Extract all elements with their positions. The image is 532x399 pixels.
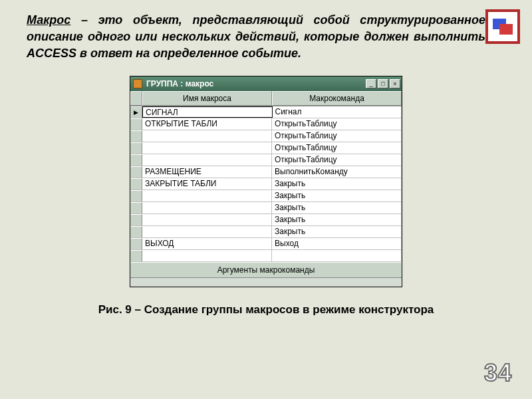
app-icon [133,79,142,88]
rows-container: СИГНАЛСигналОТКРЫТИЕ ТАБЛИОткрытьТаблицу… [130,106,402,262]
row-selector[interactable] [130,106,142,118]
row-selector[interactable] [130,178,142,190]
macro-command-cell[interactable]: Закрыть [272,214,402,225]
col-command-header[interactable]: Макрокоманда [272,91,402,106]
macro-command-cell[interactable]: ОткрытьТаблицу [272,142,402,154]
column-headers: Имя макроса Макрокоманда [130,91,402,106]
figure-caption: Рис. 9 – Создание группы макросов в режи… [0,303,532,317]
macro-name-cell[interactable]: ОТКРЫТИЕ ТАБЛИ [142,118,272,130]
macro-window: ГРУППА : макрос _ □ × Имя макроса Макрок… [130,76,402,287]
macro-command-cell[interactable]: Закрыть [272,226,402,237]
args-header: Аргументы макрокоманды [130,262,402,277]
table-row[interactable]: РАЗМЕЩЕНИЕВыполнитьКоманду [130,166,402,178]
macro-name-cell[interactable] [142,202,272,213]
table-row[interactable]: ОткрытьТаблицу [130,130,402,142]
macro-name-cell[interactable] [142,130,272,142]
table-row[interactable]: ВЫХОДВыход [130,238,402,250]
macro-name-cell[interactable] [142,154,272,166]
row-selector[interactable] [130,142,142,154]
definition-paragraph: Макрос – это объект, представляющий собо… [0,0,532,69]
macro-name-cell[interactable]: ЗАКРЫТИЕ ТАБЛИ [142,178,272,190]
table-row[interactable]: СИГНАЛСигнал [130,106,402,118]
row-selector[interactable] [130,250,142,261]
minimize-button[interactable]: _ [366,79,376,88]
close-button[interactable]: × [390,79,400,88]
table-row[interactable]: ОткрытьТаблицу [130,154,402,166]
macro-command-cell[interactable]: ВыполнитьКоманду [272,166,402,178]
macro-command-cell[interactable]: ОткрытьТаблицу [272,130,402,142]
macro-name-cell[interactable] [142,226,272,237]
gutter-header [130,91,142,106]
row-selector[interactable] [130,118,142,130]
macro-name-cell[interactable] [142,142,272,154]
table-row[interactable]: ОТКРЫТИЕ ТАБЛИОткрытьТаблицу [130,118,402,130]
window-title: ГРУППА : макрос [146,79,364,88]
macro-command-cell[interactable]: ОткрытьТаблицу [272,118,402,130]
macro-command-cell[interactable]: ОткрытьТаблицу [272,154,402,166]
corner-logo [485,9,520,44]
macro-name-cell[interactable]: ВЫХОД [142,238,272,249]
term: Макрос [27,13,70,27]
row-selector[interactable] [130,214,142,225]
page-number: 34 [484,359,512,387]
macro-command-cell[interactable]: Закрыть [272,178,402,190]
macro-command-cell[interactable] [272,250,402,261]
row-selector[interactable] [130,226,142,237]
macro-name-cell[interactable]: РАЗМЕЩЕНИЕ [142,166,272,178]
table-row[interactable]: Закрыть [130,190,402,202]
row-selector[interactable] [130,166,142,178]
row-selector[interactable] [130,238,142,249]
table-row[interactable]: ЗАКРЫТИЕ ТАБЛИЗакрыть [130,178,402,190]
row-selector[interactable] [130,130,142,142]
args-body [130,277,402,287]
row-selector[interactable] [130,154,142,166]
titlebar[interactable]: ГРУППА : макрос _ □ × [130,76,402,91]
col-name-header[interactable]: Имя макроса [142,91,272,106]
table-row[interactable]: Закрыть [130,214,402,226]
macro-command-cell[interactable]: Выход [272,238,402,249]
row-selector[interactable] [130,202,142,213]
row-selector[interactable] [130,190,142,201]
macro-command-cell[interactable]: Закрыть [272,202,402,213]
macro-name-cell[interactable] [142,250,272,261]
table-row[interactable]: Закрыть [130,226,402,238]
macro-name-cell[interactable] [142,214,272,225]
table-row[interactable]: Закрыть [130,202,402,214]
macro-name-cell[interactable] [142,190,272,201]
definition-text: – это объект, представляющий собой струк… [27,13,485,60]
macro-command-cell[interactable]: Сигнал [273,106,402,118]
macro-name-cell[interactable]: СИГНАЛ [142,106,273,118]
maximize-button[interactable]: □ [378,79,388,88]
table-row[interactable]: ОткрытьТаблицу [130,142,402,154]
table-row[interactable] [130,250,402,262]
macro-command-cell[interactable]: Закрыть [272,190,402,201]
